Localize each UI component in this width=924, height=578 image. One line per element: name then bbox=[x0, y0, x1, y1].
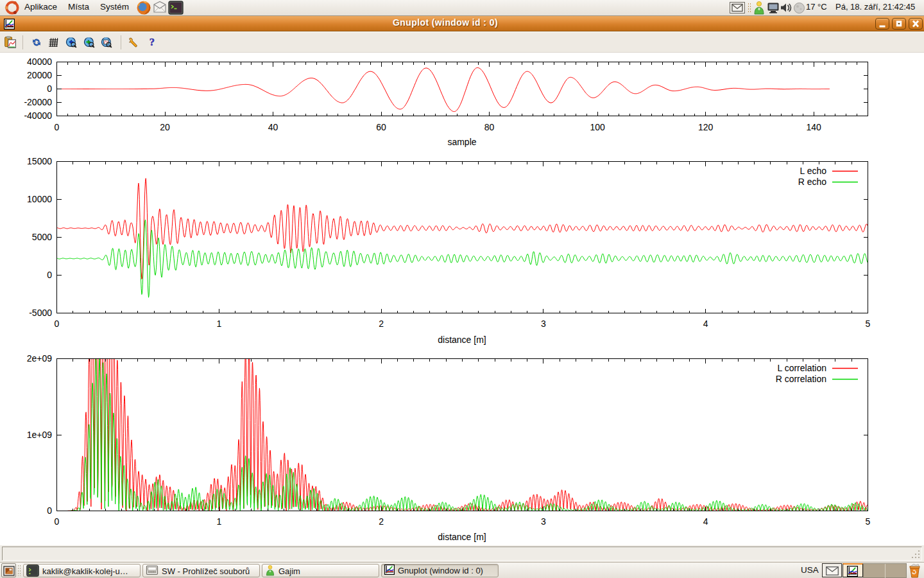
svg-text:-20000: -20000 bbox=[24, 97, 52, 107]
svg-text:0: 0 bbox=[55, 319, 60, 329]
svg-text:40000: 40000 bbox=[27, 57, 52, 67]
svg-text:15000: 15000 bbox=[27, 156, 52, 166]
svg-text:L correlation: L correlation bbox=[777, 363, 826, 373]
svg-text:-40000: -40000 bbox=[24, 110, 52, 121]
svg-text:0: 0 bbox=[47, 505, 52, 516]
svg-text:1: 1 bbox=[216, 516, 221, 527]
svg-text:0: 0 bbox=[55, 122, 60, 132]
svg-text:20: 20 bbox=[160, 122, 170, 132]
svg-text:5: 5 bbox=[866, 516, 871, 527]
svg-text:2e+09: 2e+09 bbox=[27, 353, 53, 363]
svg-text:1e+09: 1e+09 bbox=[27, 430, 53, 440]
svg-text:120: 120 bbox=[698, 122, 714, 132]
svg-text:20000: 20000 bbox=[27, 70, 52, 80]
svg-text:140: 140 bbox=[807, 122, 822, 132]
svg-text:4: 4 bbox=[703, 319, 708, 329]
svg-text:4: 4 bbox=[703, 516, 708, 527]
svg-text:L echo: L echo bbox=[800, 166, 826, 176]
svg-text:3: 3 bbox=[541, 319, 546, 329]
svg-text:0: 0 bbox=[55, 516, 60, 527]
svg-text:0: 0 bbox=[47, 83, 52, 94]
svg-text:80: 80 bbox=[484, 122, 495, 132]
svg-text:distance [m]: distance [m] bbox=[438, 532, 486, 542]
svg-text:3: 3 bbox=[541, 516, 546, 527]
svg-text:1: 1 bbox=[216, 319, 221, 329]
svg-text:?: ? bbox=[150, 36, 155, 48]
svg-text:R echo: R echo bbox=[798, 177, 827, 187]
svg-text:10000: 10000 bbox=[27, 194, 52, 204]
svg-text:2: 2 bbox=[379, 319, 384, 329]
svg-text:60: 60 bbox=[376, 122, 386, 132]
svg-text:sample: sample bbox=[447, 137, 476, 147]
svg-text:5000: 5000 bbox=[32, 232, 52, 242]
svg-text:5: 5 bbox=[866, 319, 871, 329]
svg-text:R correlation: R correlation bbox=[776, 374, 826, 384]
svg-text:distance [m]: distance [m] bbox=[438, 335, 486, 345]
svg-text:2: 2 bbox=[379, 516, 384, 527]
svg-text:100: 100 bbox=[590, 122, 606, 132]
svg-text:0: 0 bbox=[47, 270, 52, 280]
svg-text:40: 40 bbox=[268, 122, 278, 132]
svg-text:-5000: -5000 bbox=[29, 308, 52, 318]
